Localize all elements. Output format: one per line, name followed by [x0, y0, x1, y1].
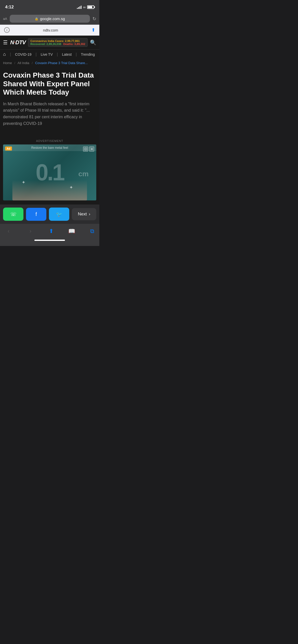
share-facebook-button[interactable]: f [26, 208, 46, 221]
sparkle-icon-2: ✦ [69, 185, 73, 190]
ad-container[interactable]: Ad ⓘ ✕ Restore the bare metal feel 0.1 c… [3, 144, 96, 200]
action-bar: ☏ f 🐦 Next › [0, 204, 99, 224]
next-button-label: Next [78, 212, 87, 217]
lock-icon: 🔒 [35, 17, 38, 21]
bottom-browser-bar: ‹ › ⬆ 📖 ⧉ [0, 224, 99, 238]
breadcrumb-home[interactable]: Home [3, 61, 12, 65]
covid-cases-count: 2,99,77,861 [65, 39, 80, 42]
ad-unit: cm [78, 170, 89, 178]
ad-info-button[interactable]: ⓘ [83, 147, 88, 152]
article-content: Covaxin Phase 3 Trial Data Shared With E… [0, 67, 99, 137]
status-bar: 4:12 ∞ [0, 0, 99, 13]
breadcrumb: Home / All India / Covaxin Phase 3 Trial… [0, 59, 99, 67]
recovered-count: 2,89,26,038 [46, 42, 61, 46]
article-summary: In March Bharat Biotech released a "firs… [3, 101, 96, 127]
article-title: Covaxin Phase 3 Trial Data Shared With E… [3, 71, 96, 97]
covid-cases-row: Coronavirus India Cases: 2,99,77,861 [30, 39, 85, 42]
tabs-icon[interactable]: ⧉ [90, 228, 94, 235]
status-icons: ∞ [77, 5, 94, 9]
nav-item-trending[interactable]: Trending [81, 52, 95, 56]
twitter-icon: 🐦 [56, 211, 62, 217]
refresh-button[interactable]: ↻ [92, 16, 96, 22]
forward-button[interactable]: › [27, 227, 34, 236]
breadcrumb-section[interactable]: All India [18, 61, 29, 65]
whatsapp-icon: ☏ [10, 211, 17, 217]
next-button[interactable]: Next › [72, 208, 96, 220]
url-bar[interactable]: 🔒 google.com.sg [10, 15, 90, 23]
browser-bar: aA 🔒 google.com.sg ↻ [0, 13, 99, 25]
url-text: google.com.sg [40, 17, 65, 21]
nav-item-covid[interactable]: COVID-19 [15, 52, 32, 56]
next-arrow-icon: › [89, 212, 90, 217]
breadcrumb-current: Covaxin Phase 3 Trial Data Share... [35, 61, 88, 65]
menu-icon[interactable]: ☰ [3, 39, 8, 46]
bookmarks-icon[interactable]: 📖 [68, 228, 75, 235]
wifi-icon: ∞ [83, 5, 86, 9]
status-time: 4:12 [5, 5, 14, 10]
home-indicator [0, 238, 99, 246]
recovered-label: Recovered: 2,89,26,038 [30, 42, 61, 46]
header-left: ☰ N·DTV [3, 39, 26, 46]
ad-tag: Ad [5, 147, 12, 151]
share-twitter-button[interactable]: 🐦 [49, 208, 69, 221]
covid-stats-panel: Coronavirus India Cases: 2,99,77,861 Rec… [28, 38, 87, 47]
bottom-share-icon[interactable]: ⬆ [49, 228, 53, 235]
deaths-label: Deaths: 3,89,302 [63, 42, 85, 46]
signal-icon [77, 5, 82, 9]
nav-item-livetv[interactable]: Live TV [41, 52, 53, 56]
ad-top-text: Restore the bare metal feel [3, 144, 96, 151]
search-icon[interactable]: 🔍 [90, 39, 96, 46]
nav-item-latest[interactable]: Latest [62, 52, 72, 56]
share-icon[interactable]: ⬆ [91, 27, 95, 33]
covid-recovered-row: Recovered: 2,89,26,038 Deaths: 3,89,302 [30, 42, 85, 46]
ndtv-logo: N·DTV [10, 39, 26, 46]
sparkle-icon-1: ✦ [22, 180, 25, 185]
site-domain: ndtv.com [43, 28, 58, 32]
deaths-count: 3,89,302 [74, 42, 85, 46]
covid-label: Coronavirus India Cases: [30, 39, 64, 42]
facebook-icon: f [35, 211, 37, 217]
font-size-button[interactable]: aA [3, 17, 7, 21]
ad-section: ADVERTISEMENT Ad ⓘ ✕ Restore the bare me… [0, 137, 99, 204]
share-whatsapp-button[interactable]: ☏ [3, 208, 23, 221]
home-icon[interactable]: ⌂ [3, 52, 6, 57]
ad-controls: ⓘ ✕ [83, 147, 94, 152]
ad-close-button[interactable]: ✕ [89, 147, 94, 152]
ad-label: ADVERTISEMENT [3, 139, 96, 142]
home-bar [34, 240, 65, 241]
ndtv-header: ☰ N·DTV Coronavirus India Cases: 2,99,77… [0, 36, 99, 49]
battery-icon [87, 5, 94, 9]
info-icon[interactable]: i [4, 27, 10, 33]
ad-image: Restore the bare metal feel 0.1 cm ✦ ✦ [3, 144, 96, 200]
site-info-bar: i ndtv.com ⬆ [0, 25, 99, 36]
nav-bar: ⌂ | COVID-19 | Live TV | Latest | Trendi… [0, 49, 99, 59]
back-button[interactable]: ‹ [5, 227, 12, 236]
